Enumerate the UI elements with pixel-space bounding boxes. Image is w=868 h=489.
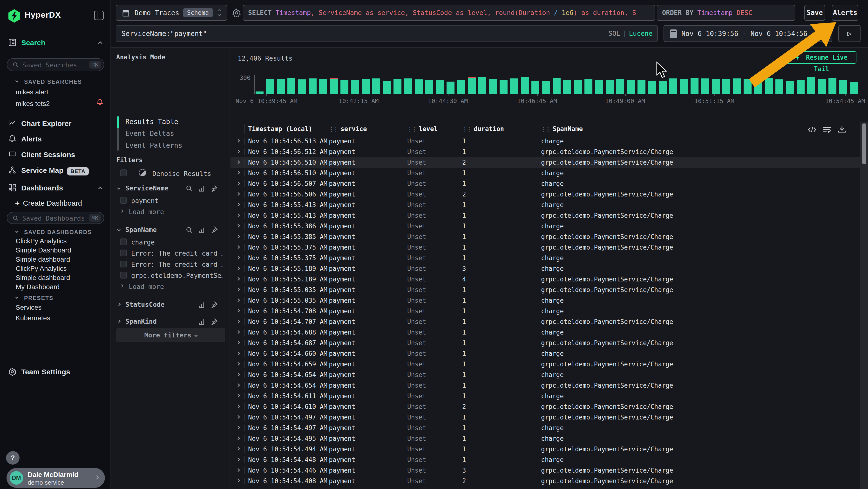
filter-checkbox[interactable] bbox=[120, 272, 127, 279]
expand-row-icon[interactable] bbox=[236, 203, 240, 207]
histogram-bar[interactable] bbox=[648, 81, 656, 94]
histogram-bar[interactable] bbox=[733, 79, 741, 94]
save-button[interactable]: Save bbox=[804, 5, 825, 21]
expand-row-icon[interactable] bbox=[236, 309, 240, 313]
histogram-bar[interactable] bbox=[786, 81, 794, 94]
histogram-bar[interactable] bbox=[627, 80, 635, 94]
collapse-sidebar-icon[interactable] bbox=[94, 10, 104, 20]
bar-chart-icon[interactable] bbox=[198, 318, 206, 325]
order-by-editor[interactable]: ORDER BY Timestamp DESC bbox=[657, 5, 795, 21]
table-row[interactable]: Nov 6 10:54:54.446 AMpaymentUnset3grpc.o… bbox=[230, 465, 860, 476]
lucene-toggle[interactable]: Lucene bbox=[629, 30, 652, 37]
histogram-bar[interactable] bbox=[362, 79, 370, 94]
expand-row-icon[interactable] bbox=[236, 224, 240, 228]
histogram-bar[interactable] bbox=[797, 80, 805, 94]
filter-section-label[interactable]: ServiceName bbox=[125, 184, 168, 192]
histogram-bar[interactable] bbox=[489, 79, 497, 94]
saved-searches-input[interactable]: Saved Searches ⌘K bbox=[7, 58, 104, 71]
expand-row-icon[interactable] bbox=[236, 405, 240, 408]
histogram-bar[interactable] bbox=[383, 81, 391, 94]
table-row[interactable]: Nov 6 10:54:55.035 AMpaymentUnset1charge bbox=[230, 295, 860, 306]
sidebar-item-team-settings[interactable]: Team Settings bbox=[0, 366, 111, 379]
table-row[interactable]: Nov 6 10:54:54.611 AMpaymentUnset1charge bbox=[230, 391, 860, 401]
histogram-bar[interactable] bbox=[690, 78, 699, 94]
table-row[interactable]: Nov 6 10:54:56.513 AMpaymentUnset1charge bbox=[230, 136, 860, 146]
table-row[interactable]: Nov 6 10:54:54.610 AMpaymentUnset2grpc.o… bbox=[230, 401, 860, 412]
histogram-bar[interactable] bbox=[839, 80, 847, 94]
preset-item[interactable]: Services bbox=[16, 304, 41, 311]
histogram-bar[interactable] bbox=[340, 80, 348, 94]
histogram-bar[interactable] bbox=[425, 80, 433, 94]
histogram-bar[interactable] bbox=[372, 79, 380, 94]
expand-row-icon[interactable] bbox=[236, 426, 240, 430]
table-row[interactable]: Nov 6 10:54:54.660 AMpaymentUnset1charge bbox=[230, 348, 860, 359]
histogram-bar[interactable] bbox=[309, 79, 317, 94]
chevron-up-icon[interactable] bbox=[98, 41, 102, 46]
pin-icon[interactable] bbox=[211, 301, 218, 309]
sidebar-item-alerts[interactable]: Alerts bbox=[0, 133, 111, 146]
expand-row-icon[interactable] bbox=[236, 171, 240, 175]
histogram-bar[interactable] bbox=[500, 80, 507, 94]
histogram-bar[interactable] bbox=[394, 79, 401, 94]
column-header-timestamp-local-[interactable]: Timestamp (Local) bbox=[248, 125, 329, 133]
filter-value-option[interactable]: payment bbox=[112, 196, 230, 207]
drag-handle-icon[interactable]: ⋮⋮ bbox=[541, 126, 550, 132]
table-row[interactable]: Nov 6 10:54:55.189 AMpaymentUnset4grpc.o… bbox=[230, 274, 860, 285]
table-row[interactable]: Nov 6 10:54:54.497 AMpaymentUnset1charge bbox=[230, 423, 860, 433]
sql-toggle[interactable]: SQL bbox=[608, 30, 620, 37]
pin-icon[interactable] bbox=[211, 185, 218, 192]
histogram-bar[interactable] bbox=[680, 79, 688, 94]
filter-section-spankind[interactable]: SpanKind bbox=[112, 315, 230, 329]
denoise-checkbox[interactable] bbox=[120, 169, 127, 176]
histogram-bar[interactable] bbox=[829, 78, 836, 94]
histogram-bar[interactable] bbox=[298, 79, 306, 94]
histogram-bar[interactable] bbox=[775, 79, 783, 94]
histogram-bar[interactable] bbox=[446, 82, 455, 94]
expand-row-icon[interactable] bbox=[236, 383, 240, 387]
expand-row-icon[interactable] bbox=[236, 192, 240, 196]
filter-section-label[interactable]: SpanKind bbox=[125, 318, 157, 325]
table-row[interactable]: Nov 6 10:54:56.512 AMpaymentUnset1grpc.o… bbox=[230, 146, 860, 157]
saved-dashboards-input[interactable]: Saved Dashboards ⌘K bbox=[7, 212, 104, 224]
histogram-bar[interactable] bbox=[404, 79, 412, 94]
expand-row-icon[interactable] bbox=[236, 139, 240, 143]
table-row[interactable]: Nov 6 10:54:55.413 AMpaymentUnset1grpc.o… bbox=[230, 210, 860, 221]
table-row[interactable]: Nov 6 10:54:55.375 AMpaymentUnset1charge bbox=[230, 253, 860, 263]
histogram-bar[interactable] bbox=[585, 79, 592, 94]
filter-checkbox[interactable] bbox=[120, 197, 127, 204]
histogram-bar[interactable] bbox=[701, 79, 709, 94]
analysis-mode-option[interactable]: Results Table bbox=[125, 118, 178, 126]
filter-checkbox[interactable] bbox=[120, 261, 127, 267]
histogram-bar[interactable] bbox=[712, 79, 720, 94]
histogram-bar[interactable] bbox=[330, 79, 338, 94]
column-header-spanname[interactable]: ⋮⋮SpanName bbox=[541, 125, 860, 133]
expand-row-icon[interactable] bbox=[236, 320, 240, 323]
analysis-mode-option[interactable]: Event Deltas bbox=[125, 130, 174, 138]
filter-value-option[interactable]: Error: The credit card … bbox=[112, 259, 230, 270]
table-row[interactable]: Nov 6 10:54:54.497 AMpaymentUnset1grpc.o… bbox=[230, 412, 860, 423]
histogram-bar[interactable] bbox=[542, 81, 550, 94]
bar-chart-icon[interactable] bbox=[198, 226, 206, 234]
search-icon[interactable] bbox=[186, 226, 193, 234]
histogram-bar[interactable] bbox=[457, 80, 465, 94]
histogram-bar[interactable] bbox=[818, 79, 826, 94]
denoise-results-option[interactable]: Denoise Results bbox=[120, 169, 229, 179]
histogram-bar[interactable] bbox=[754, 78, 762, 94]
histogram-bar[interactable] bbox=[255, 91, 264, 94]
filter-value-option[interactable]: charge bbox=[112, 237, 230, 248]
table-row[interactable]: Nov 6 10:54:54.448 AMpaymentUnset1charge bbox=[230, 455, 860, 465]
table-row[interactable]: Nov 6 10:54:54.654 AMpaymentUnset1grpc.o… bbox=[230, 380, 860, 391]
expand-row-icon[interactable] bbox=[236, 415, 240, 419]
histogram-bar[interactable] bbox=[807, 77, 815, 94]
table-row[interactable]: Nov 6 10:54:56.507 AMpaymentUnset1charge bbox=[230, 178, 860, 189]
expand-row-icon[interactable] bbox=[236, 245, 240, 249]
load-more-button[interactable]: Load more bbox=[112, 282, 230, 293]
preset-item[interactable]: Kubernetes bbox=[16, 314, 50, 322]
saved-searches-section[interactable]: SAVED SEARCHES bbox=[0, 78, 111, 87]
saved-dashboard-item[interactable]: Simple dashboard bbox=[16, 274, 70, 282]
table-row[interactable]: Nov 6 10:54:56.510 AMpaymentUnset1charge bbox=[230, 168, 860, 178]
filter-section-spanname[interactable]: SpanName bbox=[112, 223, 230, 237]
table-row[interactable]: Nov 6 10:54:55.035 AMpaymentUnset1grpc.o… bbox=[230, 285, 860, 295]
histogram-bar[interactable] bbox=[319, 79, 327, 94]
bar-chart-icon[interactable] bbox=[198, 301, 206, 309]
